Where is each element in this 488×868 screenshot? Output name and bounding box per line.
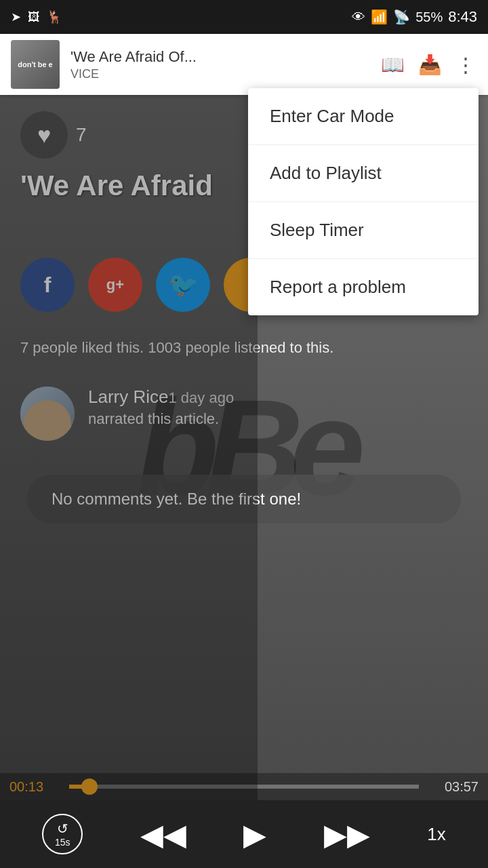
narrator-info: Larry Rice 1 day ago narrated this artic… bbox=[88, 387, 234, 428]
battery-label: 55% bbox=[415, 9, 443, 25]
app-bar-subtitle: VICE bbox=[70, 67, 370, 81]
app-bar-title: 'We Are Afraid Of... bbox=[70, 48, 370, 66]
track-title: 'We Are Afraid bbox=[20, 170, 213, 202]
progress-thumb[interactable] bbox=[81, 778, 98, 795]
like-area: ♥ 7 bbox=[20, 111, 87, 159]
like-button[interactable]: ♥ bbox=[20, 111, 68, 159]
progress-track[interactable] bbox=[69, 785, 419, 789]
menu-item-enter-car-mode[interactable]: Enter Car Mode bbox=[248, 88, 479, 145]
menu-item-add-to-playlist[interactable]: Add to Playlist bbox=[248, 145, 479, 202]
status-bar: ➤ 🖼 🦌 👁 📶 📡 55% 8:43 bbox=[0, 0, 488, 34]
progress-total-time: 03:57 bbox=[424, 779, 479, 795]
animal-icon: 🦌 bbox=[47, 9, 62, 24]
progress-bar-area: 00:13 03:57 bbox=[0, 773, 488, 800]
time-label: 8:43 bbox=[448, 8, 477, 26]
eye-icon: 👁 bbox=[352, 9, 365, 25]
stats-text: 7 people liked this. 1003 people listene… bbox=[20, 339, 333, 357]
book-icon[interactable]: 📖 bbox=[381, 54, 405, 76]
heart-icon: ♥ bbox=[37, 122, 51, 149]
send-icon: ➤ bbox=[11, 9, 21, 24]
narrator-header: Larry Rice 1 day ago bbox=[88, 387, 234, 408]
more-options-icon[interactable]: ⋮ bbox=[455, 53, 477, 77]
avatar-person-shape bbox=[24, 400, 71, 441]
narrator-avatar bbox=[20, 387, 75, 441]
rewind-icon: ↺ bbox=[57, 821, 68, 837]
comment-box[interactable]: No comments yet. Be the first one! bbox=[27, 475, 461, 524]
rewind-button[interactable]: ↺ 15s bbox=[42, 814, 83, 854]
app-bar-info: 'We Are Afraid Of... VICE bbox=[70, 48, 370, 81]
wifi-icon: 📶 bbox=[371, 9, 388, 25]
narrator-name: Larry Rice bbox=[88, 387, 168, 408]
avatar-image bbox=[20, 387, 75, 441]
thumbnail-text: don't be e bbox=[11, 40, 60, 89]
twitter-button[interactable]: 🐦 bbox=[156, 258, 210, 312]
menu-item-sleep-timer[interactable]: Sleep Timer bbox=[248, 202, 479, 259]
comment-text: No comments yet. Be the first one! bbox=[52, 490, 301, 508]
googleplus-button[interactable]: g+ bbox=[88, 258, 142, 312]
progress-current-time: 00:13 bbox=[9, 779, 64, 795]
twitter-icon: 🐦 bbox=[168, 271, 199, 299]
narrator-time: 1 day ago bbox=[168, 389, 234, 407]
dropdown-menu: Enter Car Mode Add to Playlist Sleep Tim… bbox=[248, 88, 479, 315]
app-bar: don't be e 'We Are Afraid Of... VICE 📖 📥… bbox=[0, 34, 488, 95]
image-icon: 🖼 bbox=[28, 10, 40, 24]
googleplus-icon: g+ bbox=[106, 276, 124, 294]
skip-back-button[interactable]: ◀◀ bbox=[140, 817, 186, 852]
narrator-description: narrated this article. bbox=[88, 410, 234, 428]
rewind-label: 15s bbox=[55, 837, 70, 848]
status-right: 👁 📶 📡 55% 8:43 bbox=[352, 8, 477, 26]
facebook-icon: f bbox=[44, 273, 52, 298]
menu-item-report-problem[interactable]: Report a problem bbox=[248, 259, 479, 315]
signal-icon: 📡 bbox=[393, 9, 410, 25]
album-thumbnail: don't be e bbox=[11, 40, 60, 89]
bottom-controls: ↺ 15s ◀◀ ▶ ▶▶ 1x bbox=[0, 800, 488, 868]
list-download-icon[interactable]: 📥 bbox=[418, 54, 442, 76]
skip-forward-button[interactable]: ▶▶ bbox=[324, 817, 370, 852]
speed-button[interactable]: 1x bbox=[427, 824, 445, 845]
app-bar-actions: 📖 📥 ⋮ bbox=[381, 53, 477, 77]
like-count: 7 bbox=[76, 124, 87, 146]
facebook-button[interactable]: f bbox=[20, 258, 75, 312]
play-button[interactable]: ▶ bbox=[243, 817, 266, 852]
status-left: ➤ 🖼 🦌 bbox=[11, 9, 62, 24]
narrator-area: Larry Rice 1 day ago narrated this artic… bbox=[20, 387, 234, 441]
